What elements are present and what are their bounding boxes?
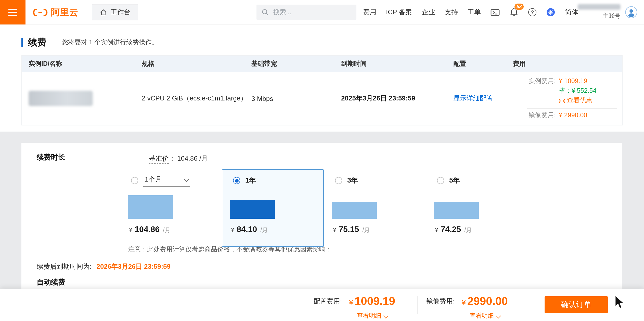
nav-item-billing[interactable]: 费用 [363,8,376,17]
expire-after-value: 2026年3月26日 23:59:59 [97,263,171,270]
footer-divider [417,296,418,314]
config-fee-value: ¥1009.19 [349,295,395,309]
top-navigation: 费用 ICP 备案 企业 支持 工单 58 ? 简体 [363,0,578,24]
page-title: 续费 [28,36,46,48]
duration-option-5year[interactable]: 5年 ¥ 74.25 /月 [433,175,535,236]
title-row: 续费 您将要对 1 个实例进行续费操作。 [21,25,623,55]
price-bar-3year [332,202,377,219]
coupon-icon [559,98,565,103]
help-icon[interactable]: ? [528,8,536,16]
duration-option-1year[interactable]: 1年 ¥ 84.10 /月 [229,175,331,236]
nav-item-support[interactable]: 支持 [445,8,458,17]
col-header-fee: 费用 [513,59,622,68]
save-label: 省： [559,86,572,96]
chevron-down-icon [496,313,501,318]
chevron-down-icon [184,176,190,182]
price-bar-1month [128,195,173,219]
col-header-config: 配置 [453,59,513,68]
account-type-label: 主账号 [578,12,621,20]
account-menu[interactable]: 主账号 [578,4,621,20]
chevron-down-icon [383,313,388,318]
aliyun-logo-icon [32,7,48,18]
search-box[interactable] [256,5,356,20]
duration-option-1month[interactable]: 1个月 ¥ 104.86 /月 [127,175,229,236]
renewal-header-section: 续费 您将要对 1 个实例进行续费操作。 实例ID/名称 规格 基础带宽 到期时… [0,25,644,132]
nav-item-enterprise[interactable]: 企业 [422,8,435,17]
image-fee-label: 镜像费用: [513,111,559,120]
radio-5year[interactable] [437,177,444,184]
notification-badge: 58 [514,3,524,10]
radio-1month[interactable] [131,177,138,184]
hamburger-menu-button[interactable] [0,0,25,24]
price-bar-1year [230,200,275,219]
aliyun-logo[interactable]: 阿里云 [32,6,79,18]
order-summary-bar: 配置费用: ¥1009.19 查看明细 镜像费用: ¥2990.00 查看明细 [0,289,644,321]
image-fee-value: ¥ 2990.00 [559,111,587,120]
col-header-bandwidth: 基础带宽 [251,59,341,68]
app-sparkle-icon[interactable] [546,8,555,17]
price-5year: ¥ 74.25 /月 [435,225,535,236]
instance-fee-label: 实例费用: [513,76,559,86]
account-name-redacted [578,4,621,10]
base-price: 基准价： 104.86 /月 [149,154,208,163]
duration-options: 1个月 ¥ 104.86 /月 1年 ¥ [127,175,622,236]
fee-divider [527,108,617,109]
price-1month: ¥ 104.86 /月 [129,225,229,236]
config-fee-label: 配置费用: [314,295,342,308]
title-accent-bar [21,38,23,47]
config-fee-detail-link[interactable]: 查看明细 [357,312,388,320]
auto-renew-label: 自动续费 [37,278,622,287]
instance-bandwidth: 3 Mbps [251,95,341,102]
col-header-expire: 到期时间 [341,59,453,68]
logo-text: 阿里云 [51,6,79,18]
fee-cell: 实例费用: ¥ 1009.19 省： ¥ 552.54 查看优惠 [513,74,622,122]
page-subtitle: 您将要对 1 个实例进行续费操作。 [62,38,158,47]
save-value: ¥ 552.54 [572,86,596,96]
table-header-row: 实例ID/名称 规格 基础带宽 到期时间 配置 费用 [22,56,622,72]
config-fee-group: 配置费用: ¥1009.19 查看明细 [314,295,395,320]
workbench-button[interactable]: 工作台 [92,4,138,20]
image-fee-label-footer: 镜像费用: [426,295,455,308]
base-price-value: ： 104.86 /月 [169,155,208,162]
show-config-link[interactable]: 显示详细配置 [453,94,493,102]
price-3year: ¥ 75.15 /月 [333,225,433,236]
view-coupon-link[interactable]: 查看优惠 [559,96,593,106]
workbench-label: 工作台 [111,8,131,17]
search-icon [262,9,269,16]
instance-fee-value: ¥ 1009.19 [559,76,587,86]
confirm-order-button[interactable]: 确认订单 [545,296,608,313]
price-1year: ¥ 84.10 /月 [231,225,331,236]
month-count-select[interactable]: 1个月 [143,175,190,186]
nav-item-icp[interactable]: ICP 备案 [386,8,412,17]
radio-3year[interactable] [335,177,342,184]
notification-bell-icon[interactable]: 58 [509,8,519,17]
image-fee-value-footer: ¥2990.00 [462,295,508,309]
nav-item-tickets[interactable]: 工单 [468,8,481,17]
home-icon [99,9,107,16]
price-note: 注意：此处费用计算仅考虑商品价格，不受满减券等其他优惠因素影响； [128,245,622,254]
search-input[interactable] [272,8,346,16]
topbar: 阿里云 工作台 费用 ICP 备案 企业 支持 工单 58 ? [0,0,644,25]
col-header-instance-id: 实例ID/名称 [29,59,142,68]
hamburger-icon [8,9,17,16]
avatar[interactable] [625,6,637,18]
expire-after-label: 续费后到期时间为: [37,263,92,270]
image-fee-detail-link[interactable]: 查看明细 [470,312,500,320]
duration-section-label: 续费时长 [37,153,65,162]
table-row: 2 vCPU 2 GiB（ecs.e-c1m1.large） 3 Mbps 20… [22,72,622,125]
col-header-spec: 规格 [142,59,251,68]
instance-spec: 2 vCPU 2 GiB（ecs.e-c1m1.large） [142,94,251,103]
image-fee-group: 镜像费用: ¥2990.00 查看明细 [426,295,508,320]
language-toggle[interactable]: 简体 [565,8,578,17]
duration-header-row: 续费时长 基准价： 104.86 /月 [21,153,622,163]
aliyun-renewal-page: 阿里云 工作台 费用 ICP 备案 企业 支持 工单 58 ? [0,0,644,321]
expire-after-row: 续费后到期时间为: 2026年3月26日 23:59:59 [37,262,622,271]
instance-table: 实例ID/名称 规格 基础带宽 到期时间 配置 费用 2 vCPU 2 GiB（… [21,55,623,125]
instance-expire-time: 2025年3月26日 23:59:59 [341,94,453,103]
duration-option-3year[interactable]: 3年 ¥ 75.15 /月 [331,175,433,236]
base-price-label: 基准价 [149,155,169,164]
price-bar-5year [434,202,479,219]
radio-1year-checked[interactable] [233,177,240,184]
cloud-shell-icon[interactable] [491,8,500,16]
instance-id-redacted [29,91,93,106]
